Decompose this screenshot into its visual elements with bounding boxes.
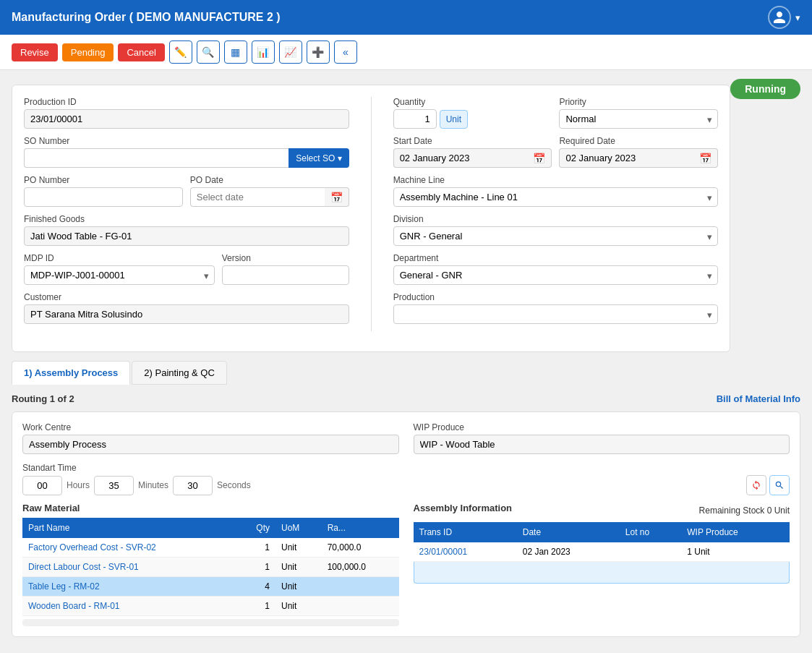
version-label: Version xyxy=(222,253,349,263)
reset-button[interactable] xyxy=(746,475,766,495)
search-detail-button[interactable] xyxy=(769,475,790,495)
qty-cell: 1 xyxy=(237,597,275,616)
part-name-cell: Table Leg - RM-02 xyxy=(22,577,237,597)
po-date-label: PO Date xyxy=(190,175,349,185)
wip-produce-cell: 1 Unit xyxy=(681,542,790,562)
tab-bar: 1) Assembly Process 2) Painting & QC xyxy=(12,361,800,385)
finished-goods-input[interactable] xyxy=(24,226,349,246)
line-chart-icon-button[interactable]: 📈 xyxy=(279,40,302,64)
user-avatar xyxy=(768,6,791,29)
edit-icon-button[interactable]: ✏️ xyxy=(169,40,192,64)
assembly-info-section: Assembly Information Remaining Stock 0 U… xyxy=(414,503,790,626)
table-row[interactable]: Wooden Board - RM-01 1 Unit xyxy=(22,597,399,616)
quantity-label: Quantity xyxy=(393,97,552,107)
col-lot-no: Lot no xyxy=(620,522,681,542)
uom-cell: Unit xyxy=(275,538,322,558)
uom-cell: Unit xyxy=(275,597,322,616)
raw-material-scrollbar[interactable] xyxy=(22,619,399,626)
production-select[interactable] xyxy=(393,304,719,324)
production-group: Production xyxy=(393,292,719,324)
seconds-input[interactable] xyxy=(173,476,213,495)
uom-cell: Unit xyxy=(275,558,322,577)
form-card: Production ID SO Number Select SO ▾ xyxy=(12,85,730,352)
select-so-button[interactable]: Select SO ▾ xyxy=(289,148,349,168)
bar-chart-icon-button[interactable]: 📊 xyxy=(252,40,275,64)
production-label: Production xyxy=(393,292,719,302)
machine-line-group: Machine Line Assembly Machine - Line 01 xyxy=(393,175,719,207)
division-select[interactable]: GNR - General xyxy=(393,226,719,246)
part-name-cell: Direct Labour Cost - SVR-01 xyxy=(22,558,237,577)
remaining-stock: Remaining Stock 0 Unit xyxy=(699,505,790,516)
uom-cell: Unit xyxy=(275,577,322,597)
version-input[interactable] xyxy=(222,265,349,285)
routing-top-row: Work Centre WIP Produce xyxy=(22,422,790,454)
wip-produce-group: WIP Produce xyxy=(414,422,790,454)
so-number-input[interactable] xyxy=(24,148,289,168)
start-date-calendar-button[interactable]: 📅 xyxy=(527,148,552,168)
raw-material-tbody: Factory Overhead Cost - SVR-02 1 Unit 70… xyxy=(22,538,399,616)
start-date-label: Start Date xyxy=(393,136,552,146)
po-group: PO Number PO Date 📅 xyxy=(24,175,349,207)
work-centre-group: Work Centre xyxy=(22,422,399,454)
mdp-id-select[interactable]: MDP-WIP-J001-00001 xyxy=(24,265,215,285)
priority-select[interactable]: Normal xyxy=(559,109,718,129)
ra-cell: 100,000.0 xyxy=(322,558,399,577)
add-icon-button[interactable]: ➕ xyxy=(307,40,330,64)
user-menu[interactable]: ▾ xyxy=(768,6,800,29)
cancel-button[interactable]: Cancel xyxy=(118,43,164,61)
machine-line-select[interactable]: Assembly Machine - Line 01 xyxy=(393,187,719,207)
table-row[interactable]: Factory Overhead Cost - SVR-02 1 Unit 70… xyxy=(22,538,399,558)
back-icon-button[interactable]: « xyxy=(334,40,357,64)
production-id-label: Production ID xyxy=(24,97,349,107)
department-select[interactable]: General - GNR xyxy=(393,265,719,285)
table-row[interactable]: Direct Labour Cost - SVR-01 1 Unit 100,0… xyxy=(22,558,399,577)
assembly-info-title: Assembly Information xyxy=(414,503,513,513)
mdp-id-label: MDP ID xyxy=(24,253,215,263)
work-centre-input[interactable] xyxy=(22,435,399,454)
hours-label: Hours xyxy=(67,480,90,490)
part-name-cell: Wooden Board - RM-01 xyxy=(22,597,237,616)
department-select-wrapper: General - GNR xyxy=(393,265,719,285)
start-date-wrapper: 📅 xyxy=(393,148,552,168)
hours-input[interactable] xyxy=(22,476,62,495)
po-date-input[interactable] xyxy=(190,187,325,207)
required-date-calendar-button[interactable]: 📅 xyxy=(693,148,718,168)
division-select-wrapper: GNR - General xyxy=(393,226,719,246)
customer-input[interactable] xyxy=(24,304,349,324)
qty-cell: 4 xyxy=(237,577,275,597)
wip-produce-input[interactable] xyxy=(414,435,790,454)
quantity-input[interactable] xyxy=(393,109,437,129)
required-date-input[interactable] xyxy=(559,148,693,168)
revise-button[interactable]: Revise xyxy=(12,43,58,61)
finished-goods-label: Finished Goods xyxy=(24,214,349,224)
machine-line-select-wrapper: Assembly Machine - Line 01 xyxy=(393,187,719,207)
so-number-label: SO Number xyxy=(24,136,349,146)
form-divider xyxy=(371,97,372,331)
so-input-wrapper: Select SO ▾ xyxy=(24,148,349,168)
department-label: Department xyxy=(393,253,719,263)
po-number-input[interactable] xyxy=(24,187,183,207)
mdp-id-select-wrapper: MDP-WIP-J001-00001 xyxy=(24,265,215,285)
pending-button[interactable]: Pending xyxy=(62,43,114,61)
table-icon-button[interactable]: ▦ xyxy=(224,40,247,64)
col-part-name: Part Name xyxy=(22,518,237,538)
tab-painting-qc[interactable]: 2) Painting & QC xyxy=(132,361,227,385)
po-date-calendar-button[interactable]: 📅 xyxy=(325,187,349,207)
start-date-input[interactable] xyxy=(393,148,528,168)
raw-material-title: Raw Material xyxy=(22,503,399,513)
bottom-section: Raw Material Part Name Qty UoM Ra... xyxy=(22,503,790,626)
bom-info-link[interactable]: Bill of Material Info xyxy=(717,393,800,404)
table-row[interactable]: 23/01/00001 02 Jan 2023 1 Unit xyxy=(414,542,790,562)
col-trans-id: Trans ID xyxy=(414,522,517,542)
time-inputs: Hours Minutes Seconds xyxy=(22,475,790,495)
table-row[interactable]: Table Leg - RM-02 4 Unit xyxy=(22,577,399,597)
minutes-input[interactable] xyxy=(94,476,134,495)
tab-assembly-process[interactable]: 1) Assembly Process xyxy=(12,361,130,385)
machine-line-label: Machine Line xyxy=(393,175,719,185)
assembly-info-table: Trans ID Date Lot no WIP Produce 23/01/0… xyxy=(414,522,790,562)
main-content: Running Production ID SO Number Select S… xyxy=(0,70,812,646)
search-icon-button[interactable]: 🔍 xyxy=(197,40,220,64)
production-id-input[interactable] xyxy=(24,109,349,129)
customer-label: Customer xyxy=(24,292,349,302)
user-dropdown-arrow: ▾ xyxy=(795,12,800,23)
